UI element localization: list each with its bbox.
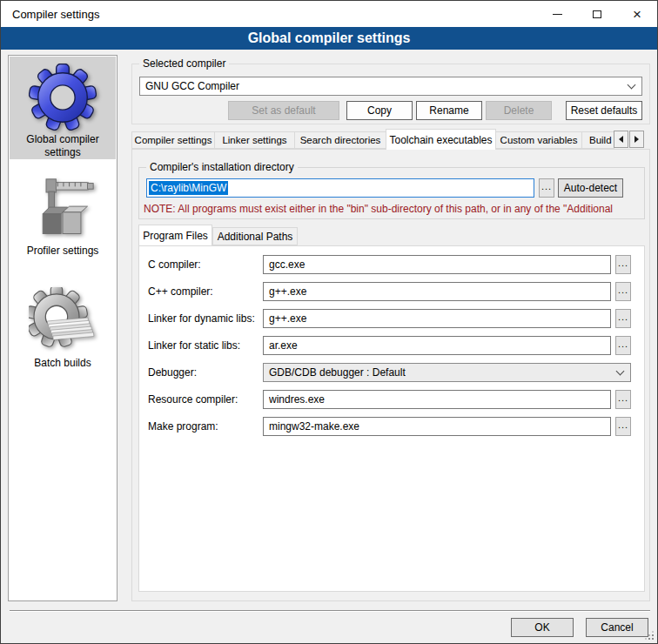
chevron-down-icon — [616, 367, 625, 376]
dynamic-linker-browse-button[interactable]: ... — [615, 309, 631, 328]
debugger-select[interactable]: GDB/CDB debugger : Default — [263, 363, 631, 382]
maximize-button[interactable] — [577, 1, 617, 27]
make-program-browse-button[interactable]: ... — [615, 417, 631, 436]
program-files-page: C compiler: ... C++ compiler: ... Linker… — [138, 245, 645, 592]
subtab-program-files[interactable]: Program Files — [138, 225, 212, 245]
cpp-compiler-label: C++ compiler: — [148, 285, 263, 298]
dynamic-linker-input[interactable] — [263, 309, 611, 328]
scroll-left-icon — [619, 136, 623, 143]
sidebar-item-label: Profiler settings — [10, 245, 116, 258]
installation-directory-value: C:\raylib\MinGW — [149, 181, 228, 195]
settings-tabstrip: Compiler settings Linker settings Search… — [131, 129, 652, 150]
window-title: Compiler settings — [12, 8, 99, 21]
c-compiler-input[interactable] — [263, 255, 611, 274]
ok-button[interactable]: OK — [511, 618, 574, 637]
footer-divider — [10, 610, 650, 612]
tab-scroll-left-button[interactable] — [614, 131, 628, 148]
debugger-label: Debugger: — [148, 366, 263, 379]
maximize-icon — [593, 10, 601, 18]
reset-defaults-button[interactable]: Reset defaults — [566, 101, 642, 120]
selected-compiler-legend: Selected compiler — [139, 57, 229, 70]
resource-compiler-browse-button[interactable]: ... — [615, 390, 631, 409]
caption-buttons: × — [537, 1, 657, 27]
compiler-select[interactable]: GNU GCC Compiler — [139, 77, 642, 96]
cpp-compiler-row: C++ compiler: ... — [148, 282, 632, 301]
c-compiler-label: C compiler: — [148, 258, 263, 271]
subtab-additional-paths[interactable]: Additional Paths — [212, 227, 298, 245]
caliper-icon — [10, 173, 116, 245]
settings-sidebar: Global compiler settings — [8, 55, 118, 601]
resource-compiler-row: Resource compiler: ... — [148, 390, 632, 409]
cpp-compiler-browse-button[interactable]: ... — [615, 282, 631, 301]
static-linker-input[interactable] — [263, 336, 611, 355]
dynamic-linker-label: Linker for dynamic libs: — [148, 312, 263, 325]
blue-gear-icon — [10, 62, 116, 133]
scroll-right-icon — [634, 136, 639, 143]
dynamic-linker-row: Linker for dynamic libs: ... — [148, 309, 632, 328]
tab-search-directories[interactable]: Search directories — [294, 131, 386, 149]
make-program-label: Make program: — [148, 420, 263, 433]
tab-build-options[interactable]: Build — [581, 131, 614, 149]
installation-directory-row: C:\raylib\MinGW ... Auto-detect — [146, 178, 623, 198]
make-program-input[interactable] — [263, 417, 611, 436]
close-icon: × — [633, 7, 641, 22]
set-as-default-button[interactable]: Set as default — [228, 101, 339, 120]
static-linker-row: Linker for static libs: ... — [148, 336, 632, 355]
c-compiler-browse-button[interactable]: ... — [615, 255, 631, 274]
toolchain-executables-page: Compiler's installation directory C:\ray… — [131, 149, 650, 601]
installation-directory-browse-button[interactable]: ... — [539, 178, 554, 198]
compiler-buttons-row: Set as default Copy Rename Delete Reset … — [139, 101, 642, 120]
cpp-compiler-input[interactable] — [263, 282, 611, 301]
c-compiler-row: C compiler: ... — [148, 255, 632, 274]
close-button[interactable]: × — [617, 1, 657, 27]
sidebar-item-batch-builds[interactable]: Batch builds — [10, 280, 116, 370]
tab-custom-variables[interactable]: Custom variables — [495, 131, 582, 149]
page-title: Global compiler settings — [1, 27, 657, 50]
selected-compiler-group: Selected compiler GNU GCC Compiler Set a… — [131, 64, 650, 124]
compiler-settings-window: Compiler settings × Global compiler sett… — [0, 0, 658, 644]
delete-button[interactable]: Delete — [486, 101, 552, 120]
resource-compiler-input[interactable] — [263, 390, 611, 409]
cancel-button[interactable]: Cancel — [586, 618, 648, 637]
debugger-select-value: GDB/CDB debugger : Default — [269, 366, 406, 379]
copy-button[interactable]: Copy — [346, 101, 413, 120]
installation-directory-input[interactable]: C:\raylib\MinGW — [146, 178, 534, 198]
tab-compiler-settings[interactable]: Compiler settings — [131, 131, 215, 149]
tab-scroll-buttons — [613, 131, 644, 148]
resource-compiler-label: Resource compiler: — [148, 393, 263, 406]
debugger-row: Debugger: GDB/CDB debugger : Default — [148, 363, 632, 382]
installation-directory-group: Compiler's installation directory C:\ray… — [138, 167, 645, 219]
sidebar-item-label: Batch builds — [10, 357, 116, 370]
resize-grip-icon[interactable] — [644, 630, 655, 641]
gray-gear-stack-icon — [10, 285, 116, 357]
rename-button[interactable]: Rename — [416, 101, 482, 120]
minimize-icon — [553, 14, 562, 15]
static-linker-browse-button[interactable]: ... — [615, 336, 631, 355]
compiler-select-value: GNU GCC Compiler — [145, 80, 239, 92]
sidebar-item-label: Global compiler settings — [10, 133, 116, 159]
sidebar-item-profiler-settings[interactable]: Profiler settings — [10, 168, 116, 258]
installation-note: NOTE: All programs must exist either in … — [144, 203, 651, 215]
tab-scroll-right-button[interactable] — [629, 131, 644, 148]
tab-toolchain-executables[interactable]: Toolchain executables — [386, 129, 496, 150]
auto-detect-button[interactable]: Auto-detect — [558, 178, 623, 198]
tab-linker-settings[interactable]: Linker settings — [214, 131, 295, 149]
sidebar-item-global-compiler-settings[interactable]: Global compiler settings — [10, 57, 116, 159]
chevron-down-icon — [628, 81, 636, 90]
make-program-row: Make program: ... — [148, 417, 632, 436]
static-linker-label: Linker for static libs: — [148, 339, 263, 352]
minimize-button[interactable] — [537, 1, 577, 27]
installation-directory-legend: Compiler's installation directory — [146, 161, 298, 173]
